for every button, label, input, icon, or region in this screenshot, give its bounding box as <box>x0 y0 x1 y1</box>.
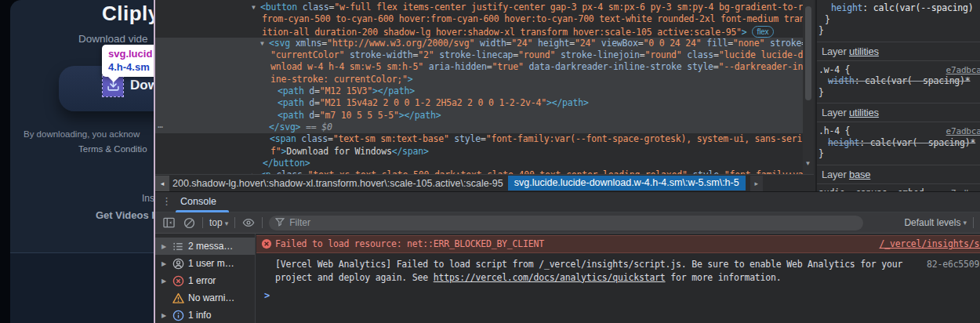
elements-panel: ▼<button class="w-full flex items-center… <box>155 0 814 174</box>
code-token <box>524 61 529 72</box>
layer-link[interactable]: base <box>849 169 870 180</box>
code-token: "text-sm sm:text-base" <box>333 133 449 144</box>
layer-link[interactable]: utilities <box>849 107 879 118</box>
brace: } <box>818 148 824 159</box>
breadcrumb-forward-icon[interactable]: ▸ <box>750 176 763 191</box>
context-selector[interactable]: top▾ <box>209 217 228 228</box>
console-messages: Failed to load resource: net::ERR_BLOCKE… <box>256 234 980 323</box>
code-token: height <box>538 38 569 49</box>
code-line[interactable]: ⋯</svg> == $0 <box>155 122 803 133</box>
code-line[interactable]: <path d="m7 10 5 5 5-5"></path> <box>155 110 803 122</box>
twisty-icon[interactable]: ▶ <box>162 278 169 285</box>
console-tab-strip: ⋮ Console <box>155 192 980 212</box>
stylesheet-source-link[interactable]: e7adbca0 <box>946 126 980 138</box>
style-declaration[interactable]: } <box>817 14 980 26</box>
scroll-down-icon[interactable]: ▼ <box>804 160 812 167</box>
code-line[interactable]: from-cyan-500 to-cyan-600 hover:from-cya… <box>155 13 803 25</box>
clear-console-icon[interactable] <box>182 216 196 230</box>
code-token: from-cyan-500 to-cyan-600 hover:from-cya… <box>262 13 810 24</box>
console-prompt-icon[interactable]: > <box>256 290 980 301</box>
twisty-icon[interactable]: ▼ <box>260 38 269 49</box>
code-token: ></path> <box>399 110 441 121</box>
sidebar-item-user[interactable]: ▶1 user m… <box>155 255 255 272</box>
toolbar-divider <box>202 217 203 228</box>
breadcrumb-selected-node[interactable]: svg.lucide.lucide-download.w-4.h-4.sm\:w… <box>508 176 746 191</box>
code-line[interactable]: <path d="M21 15v4a2 2 0 0 1-2 2H5a2 2 0 … <box>155 97 803 109</box>
code-token: = <box>481 133 486 144</box>
code-token: > <box>742 27 747 38</box>
code-line[interactable]: ▼<svg xmlns="http://www.w3.org/2000/svg"… <box>155 38 803 49</box>
code-token: fill <box>706 38 728 49</box>
style-rule: .h-4 {e7adbca0height: calc(var(--spacing… <box>817 122 980 164</box>
inspect-tooltip: svg.lucid 4.h-4.sm <box>102 45 154 77</box>
terms-link[interactable]: Terms & Conditio <box>78 144 147 154</box>
code-token: ></path> <box>372 85 415 96</box>
overridden-declaration: height: calc(var(--spacing)* <box>828 137 975 148</box>
code-token: <span <box>270 133 301 144</box>
console-toolbar: top▾ Filter Default levels▾ <box>155 212 980 234</box>
code-token: "24" <box>511 38 532 49</box>
chevron-down-icon: ▾ <box>225 220 229 227</box>
code-line[interactable]: <span class="text-sm sm:text-base" style… <box>155 133 803 145</box>
page-footer-background <box>10 252 154 323</box>
elements-scrollbar[interactable]: ▼ <box>803 0 814 174</box>
log-source-link[interactable]: 82-e6c55092 <box>927 258 980 271</box>
error-icon <box>172 275 184 287</box>
eye-icon[interactable] <box>241 216 256 230</box>
disclaimer-text: By downloading, you acknow <box>24 129 140 139</box>
breadcrumb-back-icon[interactable]: ◂ <box>155 176 169 191</box>
toolbar-divider <box>234 217 235 228</box>
error-source-link[interactable]: /_vercel/insights/sc <box>880 236 980 252</box>
toolbar-divider <box>262 217 263 228</box>
stylesheet-source-link[interactable]: e7adbca0 <box>946 65 980 77</box>
rule-selector-row[interactable]: .h-4 {e7adbca0 <box>817 125 980 137</box>
twisty-icon[interactable]: ▶ <box>162 312 169 319</box>
code-token: data-darkreader-inline-stroke <box>529 61 682 72</box>
style-declaration[interactable]: height: calc(var(--spacing) <box>817 2 980 14</box>
rule-selector-row[interactable]: .w-4 {e7adbca0 <box>817 64 980 76</box>
twisty-icon[interactable]: ▼ <box>252 2 260 13</box>
twisty-icon[interactable]: ▶ <box>162 243 169 250</box>
rule-close-brace: } <box>817 87 980 99</box>
layer-label: Layer <box>822 169 849 180</box>
code-line[interactable]: ▼<button class="w-full flex items-center… <box>155 2 803 13</box>
style-declaration[interactable]: } <box>817 25 980 37</box>
tab-console[interactable]: Console <box>180 196 216 207</box>
docs-link[interactable]: https://vercel.com/docs/analytics/quicks… <box>434 272 666 283</box>
gutter-more-icon[interactable]: ⋯ <box>158 122 163 133</box>
style-declaration[interactable]: width: calc(var(--spacing)* <box>817 75 980 87</box>
code-line[interactable]: "currentColor" stroke-width="2" stroke-l… <box>155 49 803 61</box>
sidebar-item-error[interactable]: ▶1 error <box>155 272 255 289</box>
breadcrumb: ◂ 200.shadow-lg.hover\:shadow-xl.transfo… <box>155 174 814 191</box>
code-line[interactable]: <path d="M12 15V3"></path> <box>155 85 803 97</box>
css-property: width <box>828 75 855 86</box>
scrollbar-thumb[interactable] <box>805 6 811 100</box>
code-line[interactable]: f">Download for Windows</span> <box>155 146 803 158</box>
sidebar-item-list[interactable]: ▶2 messa… <box>155 238 255 255</box>
code-line[interactable]: </button> <box>155 158 803 169</box>
style-declaration[interactable]: height: calc(var(--spacing)* <box>817 137 980 149</box>
layer-header: Layer utilities <box>817 42 980 61</box>
log-levels-dropdown[interactable]: Default levels▾ <box>904 217 967 228</box>
code-token: == $0 <box>300 122 332 132</box>
download-button-label[interactable]: Dow <box>130 78 154 93</box>
twisty-icon[interactable]: ▶ <box>162 260 169 267</box>
code-token: <path <box>278 85 309 96</box>
chevron-down-icon: ▾ <box>963 219 967 227</box>
code-token: <path <box>278 110 309 121</box>
breadcrumb-trail[interactable]: 200.shadow-lg.hover\:shadow-xl.transform… <box>169 178 508 189</box>
code-line[interactable]: wnload w-4 h-4 sm:w-5 sm:h-5" aria-hidde… <box>155 61 803 73</box>
layer-header: Layer base <box>817 165 980 184</box>
layer-link[interactable]: utilities <box>849 45 879 57</box>
code-token: f" <box>270 146 281 157</box>
code-token: stroke-linecap <box>439 49 513 60</box>
filter-input[interactable]: Filter <box>269 216 863 230</box>
code-token: "24" <box>575 38 596 49</box>
kebab-menu-icon[interactable]: ⋮ <box>162 195 172 207</box>
code-token: = <box>728 38 733 49</box>
console-sidebar-toggle-button[interactable] <box>162 216 176 230</box>
code-line[interactable]: ine-stroke: currentColor;"> <box>155 74 803 85</box>
sidebar-item-warning[interactable]: No warni… <box>155 289 255 307</box>
sidebar-item-info[interactable]: ▶1 info <box>155 307 255 323</box>
code-line[interactable]: ition-all duration-200 shadow-lg hover:s… <box>155 26 803 38</box>
